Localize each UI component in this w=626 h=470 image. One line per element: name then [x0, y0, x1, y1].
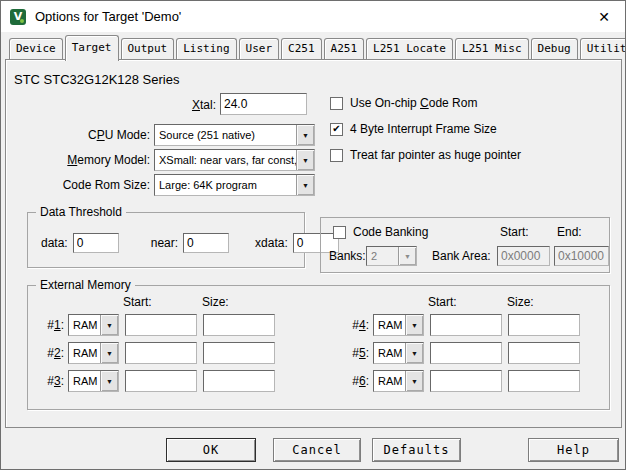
chevron-down-icon[interactable]: ▼ [100, 315, 118, 335]
code-banking-group: Code Banking Start: End: Banks: 2 ▼ Bank… [320, 217, 610, 273]
tab-device[interactable]: Device [9, 38, 63, 59]
checkbox-4byte-interrupt-frame[interactable]: ✔ 4 Byte Interrupt Frame Size [330, 122, 497, 136]
chevron-down-icon[interactable]: ▼ [405, 371, 423, 391]
checkbox-label: Use On-chip Code Rom [350, 96, 477, 110]
ok-button[interactable]: OK [166, 438, 256, 462]
cpu-mode-select[interactable]: Source (251 native) ▼ [154, 124, 315, 146]
memory-type-select[interactable]: RAM▼ [373, 314, 424, 336]
bank-end-label: End: [557, 225, 582, 239]
tab-l251-locate[interactable]: L251 Locate [366, 38, 453, 59]
memory-size-input[interactable] [508, 342, 580, 364]
xdata-label: xdata: [255, 236, 288, 250]
tab-listing[interactable]: Listing [176, 38, 236, 59]
memory-row-2: #2: RAM▼ [40, 342, 275, 364]
checkbox-treat-far-pointer-huge[interactable]: Treat far pointer as huge pointer [330, 148, 521, 162]
memory-row-label: #6: [345, 374, 369, 388]
external-memory-title: External Memory [36, 278, 135, 292]
tab-target[interactable]: Target [65, 35, 119, 61]
bank-area-start-input [497, 246, 550, 266]
tab-debug[interactable]: Debug [531, 38, 578, 59]
bank-area-label: Bank Area: [432, 249, 491, 263]
checkbox-box[interactable] [333, 226, 346, 239]
memory-start-input[interactable] [430, 314, 502, 336]
memory-model-label: Memory Model: [10, 153, 150, 167]
memory-row-4: #4: RAM▼ [345, 314, 580, 336]
start-column-header: Start: [123, 295, 152, 309]
size-column-header: Size: [507, 295, 534, 309]
data-label: data: [41, 236, 68, 250]
memory-row-label: #2: [40, 346, 64, 360]
memory-row-label: #4: [345, 318, 369, 332]
memory-type-select[interactable]: RAM▼ [373, 370, 424, 392]
xtal-input[interactable] [220, 93, 307, 115]
checkbox-label: 4 Byte Interrupt Frame Size [350, 122, 497, 136]
memory-type-select[interactable]: RAM▼ [68, 370, 119, 392]
checkbox-label: Treat far pointer as huge pointer [350, 148, 521, 162]
defaults-button[interactable]: Defaults [372, 438, 461, 462]
tab-a251[interactable]: A251 [324, 38, 365, 59]
memory-size-input[interactable] [203, 314, 275, 336]
data-threshold-data-input[interactable] [73, 233, 119, 253]
options-dialog: V Options for Target 'Demo' ✕ Device Tar… [0, 0, 626, 470]
memory-start-input[interactable] [125, 314, 197, 336]
chevron-down-icon: ▼ [398, 247, 416, 265]
tab-c251[interactable]: C251 [281, 38, 322, 59]
checkbox-box[interactable] [330, 97, 343, 110]
code-rom-size-select[interactable]: Large: 64K program ▼ [154, 174, 315, 196]
memory-start-input[interactable] [430, 342, 502, 364]
memory-row-label: #5: [345, 346, 369, 360]
tab-strip: Device Target Output Listing User C251 A… [9, 35, 626, 59]
tab-utilities[interactable]: Utilities [580, 38, 626, 59]
start-column-header: Start: [428, 295, 457, 309]
checkbox-box[interactable]: ✔ [330, 123, 343, 136]
memory-size-input[interactable] [508, 370, 580, 392]
help-button[interactable]: Help [528, 438, 619, 462]
memory-start-input[interactable] [125, 342, 197, 364]
window-title: Options for Target 'Demo' [35, 9, 181, 24]
chevron-down-icon[interactable]: ▼ [296, 150, 314, 170]
memory-size-input[interactable] [508, 314, 580, 336]
checkbox-use-onchip-code-rom[interactable]: Use On-chip Code Rom [330, 96, 477, 110]
near-label: near: [151, 236, 178, 250]
tab-l251-misc[interactable]: L251 Misc [455, 38, 529, 59]
chevron-down-icon[interactable]: ▼ [100, 371, 118, 391]
memory-size-input[interactable] [203, 370, 275, 392]
cpu-mode-label: CPU Mode: [10, 128, 150, 142]
data-threshold-title: Data Threshold [36, 205, 126, 219]
external-memory-right-column: #4: RAM▼ #5: RAM▼ #6: RAM▼ [345, 314, 580, 398]
xtal-label: Xtal: [116, 98, 216, 112]
chevron-down-icon[interactable]: ▼ [296, 125, 314, 145]
device-series-label: STC STC32G12K128 Series [14, 72, 179, 87]
target-tab-page: STC STC32G12K128 Series Xtal: Use On-chi… [5, 59, 622, 428]
chevron-down-icon[interactable]: ▼ [296, 175, 314, 195]
close-icon[interactable]: ✕ [583, 1, 625, 32]
cancel-button[interactable]: Cancel [273, 438, 361, 462]
checkbox-code-banking[interactable]: Code Banking [333, 225, 428, 239]
data-threshold-group: Data Threshold data: near: xdata: [27, 212, 305, 268]
memory-row-label: #1: [40, 318, 64, 332]
memory-size-input[interactable] [203, 342, 275, 364]
memory-type-select[interactable]: RAM▼ [68, 314, 119, 336]
external-memory-group: External Memory Start: Size: #1: RAM▼ #2… [27, 285, 610, 410]
tab-output[interactable]: Output [121, 38, 175, 59]
code-rom-size-label: Code Rom Size: [10, 178, 150, 192]
memory-model-select[interactable]: XSmall: near vars, far const, ptr-4 ▼ [154, 149, 315, 171]
memory-type-select[interactable]: RAM▼ [68, 342, 119, 364]
external-memory-left-column: #1: RAM▼ #2: RAM▼ #3: RAM▼ [40, 314, 275, 398]
memory-row-6: #6: RAM▼ [345, 370, 580, 392]
memory-row-3: #3: RAM▼ [40, 370, 275, 392]
size-column-header: Size: [202, 295, 229, 309]
memory-start-input[interactable] [430, 370, 502, 392]
memory-start-input[interactable] [125, 370, 197, 392]
memory-row-1: #1: RAM▼ [40, 314, 275, 336]
chevron-down-icon[interactable]: ▼ [405, 343, 423, 363]
checkbox-box[interactable] [330, 149, 343, 162]
tab-user[interactable]: User [239, 38, 280, 59]
bank-start-label: Start: [500, 225, 529, 239]
chevron-down-icon[interactable]: ▼ [405, 315, 423, 335]
data-threshold-near-input[interactable] [183, 233, 229, 253]
memory-type-select[interactable]: RAM▼ [373, 342, 424, 364]
chevron-down-icon[interactable]: ▼ [100, 343, 118, 363]
bank-area-end-input [554, 246, 609, 266]
keil-uvision-icon: V [10, 9, 26, 25]
